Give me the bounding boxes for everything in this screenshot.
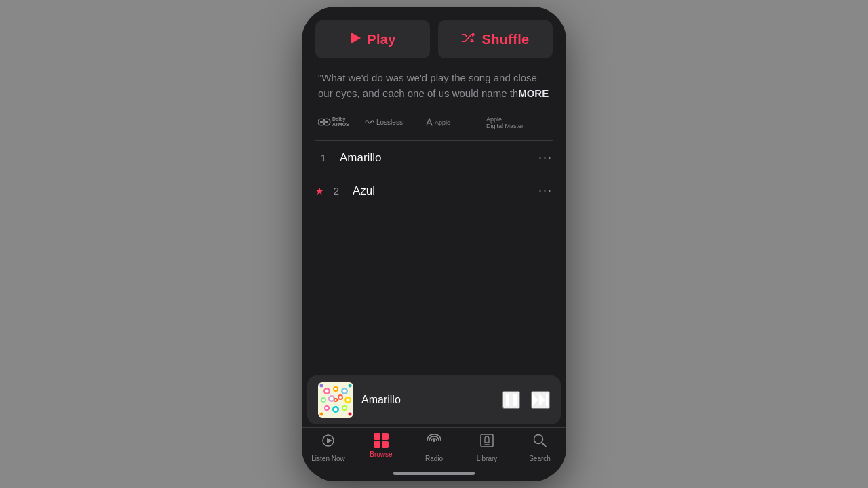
- tab-listen-now-label: Listen Now: [311, 455, 344, 462]
- tab-browse[interactable]: Browse: [355, 433, 408, 462]
- adm-icon: Apple: [422, 115, 484, 129]
- svg-rect-39: [513, 394, 517, 406]
- pause-button[interactable]: [502, 391, 520, 409]
- svg-point-15: [334, 388, 337, 390]
- tab-listen-now[interactable]: Listen Now: [302, 433, 355, 462]
- search-icon: [532, 433, 547, 452]
- svg-point-29: [334, 408, 338, 411]
- tab-browse-label: Browse: [370, 451, 392, 458]
- skip-forward-icon: [532, 392, 549, 407]
- track-more-button[interactable]: ···: [538, 184, 553, 198]
- svg-point-34: [320, 384, 323, 388]
- badges-row: Dolby ATMOS Lossless Apple: [302, 110, 566, 140]
- lossless-badge: Lossless: [364, 115, 412, 129]
- skip-forward-button[interactable]: [531, 391, 550, 409]
- svg-text:Digital Master: Digital Master: [486, 123, 524, 129]
- shuffle-icon: [462, 32, 477, 47]
- svg-rect-42: [546, 394, 548, 406]
- svg-point-25: [347, 399, 350, 402]
- radio-icon: [425, 433, 443, 452]
- quote-text: "What we'd do was we'd play the song and…: [318, 72, 549, 99]
- track-title: Azul: [353, 184, 538, 198]
- tab-bar: Listen Now Browse: [302, 427, 566, 465]
- shuffle-label: Shuffle: [482, 32, 530, 47]
- play-button[interactable]: Play: [315, 20, 430, 58]
- mini-player[interactable]: Amarillo: [307, 375, 561, 424]
- svg-marker-41: [539, 394, 545, 406]
- svg-point-33: [335, 399, 337, 401]
- svg-point-4: [326, 121, 328, 123]
- phone-frame: Play Shuffle "What we'd do was we'd play…: [302, 7, 566, 481]
- listen-now-icon: [320, 433, 336, 452]
- svg-text:Dolby: Dolby: [332, 117, 346, 122]
- tab-radio-label: Radio: [425, 455, 443, 462]
- svg-text:ATMOS: ATMOS: [332, 122, 349, 127]
- track-number: 2: [328, 185, 344, 197]
- svg-point-17: [343, 390, 347, 393]
- svg-point-36: [320, 413, 323, 416]
- dolby-icon: Dolby ATMOS: [318, 115, 353, 129]
- dolby-badge: Dolby ATMOS: [318, 115, 353, 129]
- svg-point-2: [320, 121, 323, 123]
- svg-point-23: [339, 396, 342, 399]
- svg-point-21: [330, 397, 334, 401]
- svg-point-35: [349, 384, 352, 388]
- svg-text:Lossless: Lossless: [376, 119, 403, 126]
- svg-point-45: [433, 439, 435, 442]
- quote-area: "What we'd do was we'd play the song and…: [302, 68, 566, 110]
- svg-point-31: [343, 407, 346, 409]
- browse-icon: [374, 433, 389, 448]
- home-indicator: [302, 465, 566, 481]
- svg-point-13: [326, 390, 329, 393]
- track-favorite-star: ★: [315, 186, 324, 197]
- svg-text:Apple: Apple: [435, 119, 450, 126]
- play-label: Play: [367, 32, 395, 47]
- svg-marker-40: [532, 394, 538, 406]
- svg-marker-0: [351, 33, 361, 43]
- track-title: Amarillo: [340, 151, 538, 165]
- action-buttons-row: Play Shuffle: [302, 7, 566, 68]
- tab-search[interactable]: Search: [513, 433, 566, 462]
- phone-content: Play Shuffle "What we'd do was we'd play…: [302, 7, 566, 481]
- library-icon: [479, 433, 494, 452]
- play-icon: [349, 32, 361, 47]
- mini-player-controls: [502, 391, 550, 409]
- svg-point-19: [322, 399, 325, 401]
- pause-icon: [504, 392, 519, 407]
- shuffle-button[interactable]: Shuffle: [438, 20, 553, 58]
- svg-point-27: [326, 407, 328, 409]
- track-row[interactable]: ★ 2 Azul ···: [302, 174, 566, 207]
- mini-track-title: Amarillo: [361, 394, 494, 406]
- more-button[interactable]: MORE: [518, 87, 549, 99]
- track-list: 1 Amarillo ··· ★ 2 Azul ···: [302, 141, 566, 373]
- adm-badge: Apple Apple Digital Master: [422, 115, 554, 129]
- svg-rect-38: [506, 394, 509, 406]
- lossless-icon: Lossless: [364, 115, 412, 129]
- tab-search-label: Search: [529, 455, 551, 462]
- track-more-button[interactable]: ···: [538, 150, 553, 165]
- home-bar: [393, 472, 475, 475]
- tab-radio[interactable]: Radio: [408, 433, 460, 462]
- tab-library[interactable]: Library: [460, 433, 513, 462]
- svg-line-49: [542, 443, 546, 447]
- mini-album-art: [318, 382, 353, 418]
- track-number: 1: [315, 152, 332, 163]
- svg-text:Apple: Apple: [486, 116, 502, 123]
- track-row[interactable]: 1 Amarillo ···: [302, 141, 566, 174]
- svg-marker-44: [327, 438, 332, 443]
- tab-library-label: Library: [477, 455, 498, 462]
- svg-point-37: [349, 413, 352, 416]
